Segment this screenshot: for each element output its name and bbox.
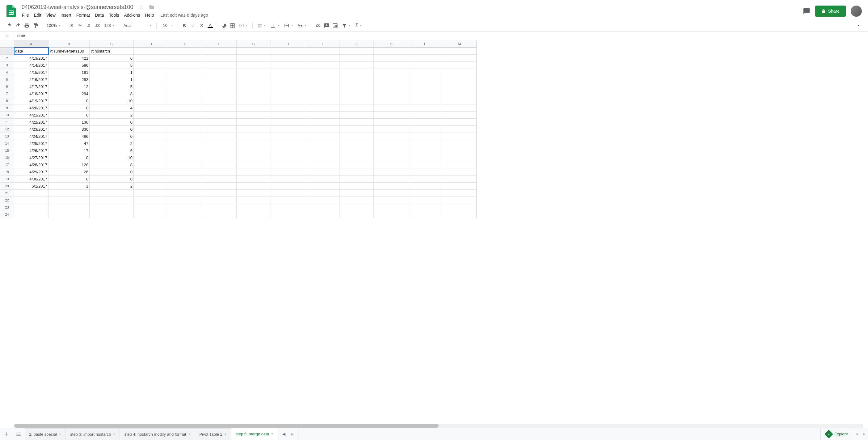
cell[interactable]: 6 (90, 55, 134, 62)
cell[interactable] (442, 197, 477, 204)
format-currency-button[interactable]: $ (68, 22, 76, 30)
cell[interactable] (49, 204, 90, 211)
cell[interactable] (442, 48, 477, 55)
select-all-corner[interactable] (0, 40, 14, 48)
cell[interactable] (237, 69, 271, 76)
row-header[interactable]: 24 (0, 211, 14, 218)
cell[interactable] (202, 154, 237, 161)
cell[interactable] (442, 105, 477, 112)
cell[interactable] (305, 97, 339, 105)
cell[interactable]: 10 (90, 154, 134, 161)
row-header[interactable]: 12 (0, 126, 14, 133)
cell[interactable] (202, 69, 237, 76)
cell[interactable] (339, 154, 374, 161)
cell[interactable] (14, 197, 49, 204)
cell[interactable]: 4/21/2017 (14, 112, 49, 119)
cell[interactable]: 586 (49, 62, 90, 69)
cell[interactable]: @nostarch (90, 48, 134, 55)
cell[interactable]: 1 (49, 183, 90, 190)
vertical-align-dropdown[interactable]: ▼ (269, 22, 281, 30)
collapse-toolbar-icon[interactable] (855, 22, 862, 30)
cell[interactable] (237, 161, 271, 168)
cell[interactable]: 4/15/2017 (14, 69, 49, 76)
cell[interactable] (442, 76, 477, 83)
cell[interactable] (134, 119, 168, 126)
cell[interactable] (271, 55, 305, 62)
cell[interactable]: 4/13/2017 (14, 55, 49, 62)
cell[interactable] (408, 140, 442, 147)
cell[interactable] (442, 133, 477, 140)
cell[interactable]: 2 (90, 140, 134, 147)
cell[interactable] (374, 211, 408, 218)
cell[interactable] (339, 211, 374, 218)
row-header[interactable]: 19 (0, 176, 14, 183)
cell[interactable] (339, 133, 374, 140)
cell[interactable]: 330 (49, 126, 90, 133)
cell[interactable] (442, 83, 477, 90)
cell[interactable] (442, 55, 477, 62)
menu-insert[interactable]: Insert (58, 11, 73, 19)
row-header[interactable]: 22 (0, 197, 14, 204)
cell[interactable] (374, 197, 408, 204)
cell[interactable] (134, 154, 168, 161)
cell[interactable] (90, 190, 134, 197)
cell[interactable] (408, 197, 442, 204)
cell[interactable]: 8 (90, 90, 134, 97)
cell[interactable] (305, 62, 339, 69)
menu-help[interactable]: Help (143, 11, 156, 19)
italic-button[interactable]: I (189, 22, 197, 30)
cell[interactable]: 4/20/2017 (14, 105, 49, 112)
cell[interactable] (237, 126, 271, 133)
cell[interactable] (237, 112, 271, 119)
row-header[interactable]: 21 (0, 190, 14, 197)
row-header[interactable]: 11 (0, 119, 14, 126)
cell[interactable] (339, 62, 374, 69)
cell[interactable]: 4/19/2017 (14, 97, 49, 105)
merge-cells-dropdown[interactable]: ▼ (237, 22, 250, 30)
cell[interactable]: date (14, 48, 49, 55)
cell[interactable] (168, 55, 202, 62)
cell[interactable] (339, 204, 374, 211)
cell[interactable] (374, 204, 408, 211)
cell[interactable] (202, 76, 237, 83)
cell[interactable] (305, 119, 339, 126)
menu-add-ons[interactable]: Add-ons (122, 11, 142, 19)
cell[interactable] (305, 105, 339, 112)
cell[interactable] (237, 48, 271, 55)
cell[interactable]: 0 (90, 176, 134, 183)
cell[interactable] (90, 197, 134, 204)
row-header[interactable]: 17 (0, 161, 14, 168)
cell[interactable]: 26 (49, 168, 90, 176)
cell[interactable] (374, 83, 408, 90)
cell[interactable] (237, 154, 271, 161)
cell[interactable] (305, 112, 339, 119)
cell[interactable] (271, 76, 305, 83)
cell[interactable] (202, 62, 237, 69)
cell[interactable]: 4/25/2017 (14, 140, 49, 147)
cell[interactable] (408, 119, 442, 126)
cell[interactable] (202, 48, 237, 55)
cell[interactable] (134, 48, 168, 55)
cell[interactable] (237, 147, 271, 154)
menu-tools[interactable]: Tools (107, 11, 121, 19)
cell[interactable]: 0 (49, 176, 90, 183)
cell[interactable]: 0 (90, 133, 134, 140)
cell[interactable] (202, 197, 237, 204)
text-rotation-dropdown[interactable]: ▼ (296, 22, 309, 30)
column-header[interactable]: I (305, 40, 339, 48)
cell[interactable] (168, 105, 202, 112)
cell[interactable]: 4/24/2017 (14, 133, 49, 140)
cell[interactable] (168, 76, 202, 83)
cell[interactable]: 4/14/2017 (14, 62, 49, 69)
cell[interactable]: 17 (49, 147, 90, 154)
cell[interactable] (168, 176, 202, 183)
cell[interactable] (408, 147, 442, 154)
cell[interactable] (442, 147, 477, 154)
row-header[interactable]: 6 (0, 83, 14, 90)
cell[interactable]: 486 (49, 133, 90, 140)
cell[interactable] (90, 211, 134, 218)
row-header[interactable]: 10 (0, 112, 14, 119)
cell[interactable] (374, 154, 408, 161)
cell[interactable] (374, 76, 408, 83)
cell[interactable]: 0 (49, 112, 90, 119)
